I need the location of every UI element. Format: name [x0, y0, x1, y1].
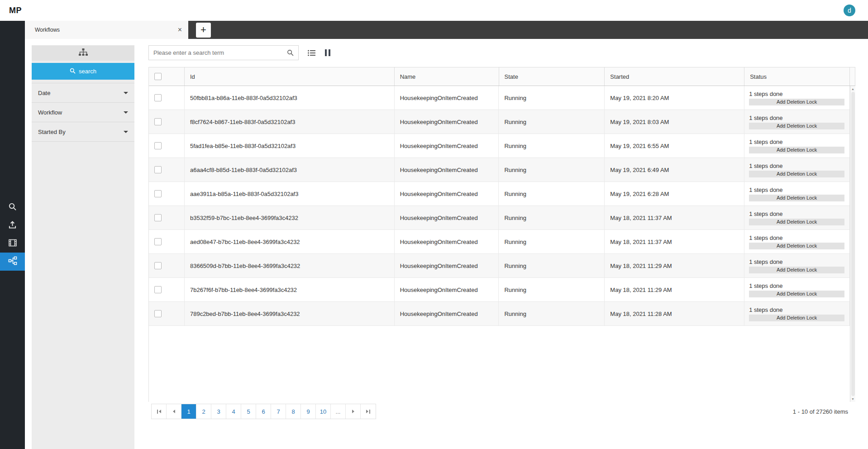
- cell-started: May 19, 2021 8:20 AM: [605, 86, 744, 110]
- workflow-icon: [8, 256, 17, 267]
- steps-done-label: 1 steps done: [749, 139, 844, 145]
- pause-icon[interactable]: [325, 49, 330, 56]
- table-row[interactable]: 8366509d-b7bb-11eb-8ee4-3699fa3c4232 Hou…: [149, 254, 850, 278]
- cell-name: HousekeepingOnItemCreated: [395, 206, 499, 229]
- sidebar-item-workflows[interactable]: [0, 253, 25, 271]
- add-deletion-lock-button[interactable]: Add Deletion Lock: [749, 243, 844, 249]
- top-header: MP d: [0, 0, 868, 21]
- row-checkbox[interactable]: [154, 166, 162, 173]
- steps-done-label: 1 steps done: [749, 306, 844, 313]
- tab-bar: Workflows × +: [25, 21, 868, 39]
- pager-page-3[interactable]: 3: [211, 404, 226, 419]
- chevron-down-icon: [124, 111, 128, 114]
- cell-id: 5fad1fea-b85e-11eb-883f-0a5d32102af3: [185, 134, 395, 158]
- cell-name: HousekeepingOnItemCreated: [395, 254, 499, 277]
- scroll-down-icon[interactable]: ▼: [851, 397, 854, 401]
- scroll-up-icon[interactable]: ▲: [851, 87, 854, 91]
- add-deletion-lock-button[interactable]: Add Deletion Lock: [749, 147, 844, 153]
- column-header-started[interactable]: Started: [605, 67, 744, 86]
- add-deletion-lock-button[interactable]: Add Deletion Lock: [749, 291, 844, 297]
- pager-page-9[interactable]: 9: [301, 404, 316, 419]
- cell-select: [149, 134, 185, 158]
- cell-status: 1 steps done Add Deletion Lock: [744, 134, 850, 158]
- new-tab-button[interactable]: +: [196, 23, 211, 38]
- filter-section-date[interactable]: Date: [32, 83, 134, 103]
- workspace: Id Name State Started Status 50fbb81a-b8…: [148, 45, 855, 449]
- table-row[interactable]: aed08e47-b7bc-11eb-8ee4-3699fa3c4232 Hou…: [149, 230, 850, 254]
- next-icon: [352, 410, 354, 413]
- column-header-id[interactable]: Id: [185, 67, 395, 86]
- row-checkbox[interactable]: [154, 310, 162, 317]
- search-button[interactable]: search: [32, 63, 134, 80]
- pager-first-button[interactable]: [152, 404, 167, 419]
- add-deletion-lock-button[interactable]: Add Deletion Lock: [749, 267, 844, 273]
- scrollbar-thumb[interactable]: [851, 92, 855, 396]
- search-input[interactable]: [149, 46, 282, 60]
- pager-more-pages[interactable]: ...: [331, 404, 346, 419]
- pager-page-4[interactable]: 4: [226, 404, 241, 419]
- row-checkbox[interactable]: [154, 118, 162, 125]
- cell-select: [149, 110, 185, 134]
- table-row[interactable]: a6aa4cf8-b85d-11eb-883f-0a5d32102af3 Hou…: [149, 158, 850, 182]
- cell-id: 8366509d-b7bb-11eb-8ee4-3699fa3c4232: [185, 254, 395, 277]
- pager-prev-button[interactable]: [167, 404, 181, 419]
- sidebar-item-search[interactable]: [0, 198, 25, 216]
- add-deletion-lock-button[interactable]: Add Deletion Lock: [749, 195, 844, 201]
- pager-page-5[interactable]: 5: [241, 404, 256, 419]
- cell-state: Running: [499, 254, 605, 277]
- add-deletion-lock-button[interactable]: Add Deletion Lock: [749, 219, 844, 225]
- steps-done-label: 1 steps done: [749, 258, 844, 265]
- steps-done-label: 1 steps done: [749, 91, 844, 97]
- row-checkbox[interactable]: [154, 262, 162, 269]
- search-icon[interactable]: [282, 46, 298, 60]
- row-checkbox[interactable]: [154, 286, 162, 293]
- cell-name: HousekeepingOnItemCreated: [395, 230, 499, 253]
- pager-page-1[interactable]: 1: [181, 404, 196, 419]
- cell-name: HousekeepingOnItemCreated: [395, 182, 499, 205]
- pager-page-8[interactable]: 8: [286, 404, 301, 419]
- sidebar-item-upload[interactable]: [0, 216, 25, 234]
- table-row[interactable]: 7b267f6f-b7bb-11eb-8ee4-3699fa3c4232 Hou…: [149, 278, 850, 302]
- table-row[interactable]: 789c2bed-b7bb-11eb-8ee4-3699fa3c4232 Hou…: [149, 302, 850, 326]
- add-deletion-lock-button[interactable]: Add Deletion Lock: [749, 99, 844, 105]
- pager-page-10[interactable]: 10: [316, 404, 331, 419]
- tab-workflows[interactable]: Workflows ×: [25, 21, 188, 39]
- pager-next-button[interactable]: [346, 404, 361, 419]
- row-checkbox[interactable]: [154, 142, 162, 149]
- select-all-checkbox[interactable]: [154, 73, 162, 80]
- column-header-name[interactable]: Name: [395, 67, 499, 86]
- search-button-label: search: [79, 68, 96, 75]
- list-view-icon[interactable]: [308, 50, 316, 56]
- cell-state: Running: [499, 86, 605, 110]
- add-deletion-lock-button[interactable]: Add Deletion Lock: [749, 123, 844, 129]
- row-checkbox[interactable]: [154, 190, 162, 197]
- pager-page-7[interactable]: 7: [271, 404, 286, 419]
- table-row[interactable]: 5fad1fea-b85e-11eb-883f-0a5d32102af3 Hou…: [149, 134, 850, 158]
- pager-page-6[interactable]: 6: [256, 404, 271, 419]
- table-row[interactable]: 50fbb81a-b86a-11eb-883f-0a5d32102af3 Hou…: [149, 86, 850, 110]
- close-icon[interactable]: ×: [178, 26, 182, 33]
- add-deletion-lock-button[interactable]: Add Deletion Lock: [749, 315, 844, 321]
- row-checkbox[interactable]: [154, 238, 162, 245]
- row-checkbox[interactable]: [154, 94, 162, 101]
- cell-select: [149, 206, 185, 229]
- pager-page-2[interactable]: 2: [196, 404, 211, 419]
- cell-id: aae3911a-b85a-11eb-883f-0a5d32102af3: [185, 182, 395, 205]
- sidebar-item-media[interactable]: [0, 234, 25, 253]
- nav-spacer: [0, 21, 25, 198]
- pager-last-button[interactable]: [361, 404, 376, 419]
- filter-section-workflow[interactable]: Workflow: [32, 103, 134, 122]
- column-header-state[interactable]: State: [499, 67, 605, 86]
- vertical-scrollbar[interactable]: ▲ ▼: [850, 86, 855, 402]
- user-avatar[interactable]: d: [844, 5, 855, 16]
- cell-started: May 18, 2021 11:37 AM: [605, 206, 744, 229]
- column-header-status[interactable]: Status: [744, 67, 850, 86]
- add-deletion-lock-button[interactable]: Add Deletion Lock: [749, 171, 844, 177]
- table-row[interactable]: f8cf7624-b867-11eb-883f-0a5d32102af3 Hou…: [149, 110, 850, 134]
- filter-section-label: Date: [38, 90, 50, 96]
- row-checkbox[interactable]: [154, 214, 162, 221]
- table-row[interactable]: aae3911a-b85a-11eb-883f-0a5d32102af3 Hou…: [149, 182, 850, 206]
- filter-section-started-by[interactable]: Started By: [32, 122, 134, 142]
- filter-panel-toolbar[interactable]: [32, 45, 134, 61]
- table-row[interactable]: b3532f59-b7bc-11eb-8ee4-3699fa3c4232 Hou…: [149, 206, 850, 230]
